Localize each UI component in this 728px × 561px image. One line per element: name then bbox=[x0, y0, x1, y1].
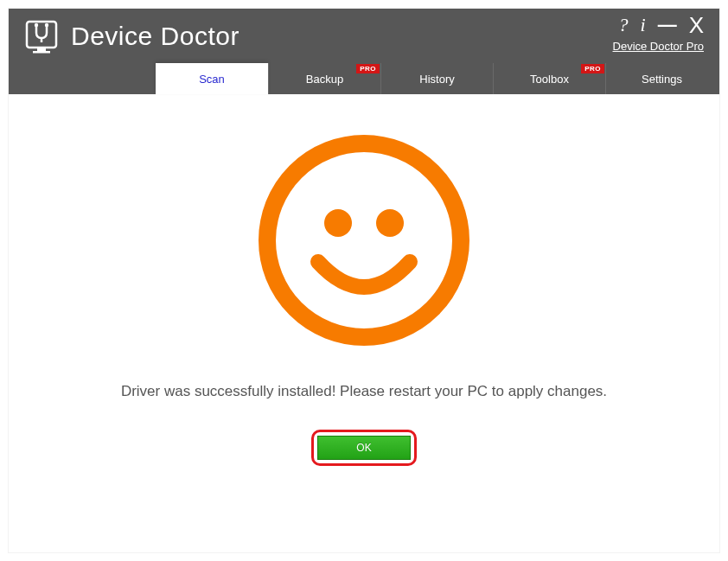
svg-point-6 bbox=[267, 143, 461, 337]
svg-point-3 bbox=[35, 22, 38, 26]
ok-button-highlight: OK bbox=[311, 430, 417, 466]
tab-bar: Scan Backup PRO History Toolbox PRO Sett… bbox=[9, 63, 719, 94]
svg-point-4 bbox=[45, 22, 48, 26]
tab-label: Backup bbox=[306, 73, 343, 86]
tab-label: Settings bbox=[642, 73, 682, 86]
svg-rect-0 bbox=[27, 22, 56, 48]
close-icon[interactable]: X bbox=[689, 14, 704, 36]
pro-badge: PRO bbox=[356, 64, 380, 73]
svg-point-7 bbox=[324, 209, 352, 237]
tab-history[interactable]: History bbox=[380, 63, 493, 94]
main-panel: Driver was successfully installed! Pleas… bbox=[9, 94, 719, 552]
ok-button-label: OK bbox=[356, 442, 371, 454]
tab-label: Scan bbox=[199, 73, 225, 86]
status-message: Driver was successfully installed! Pleas… bbox=[121, 383, 607, 400]
tab-label: Toolbox bbox=[530, 73, 569, 86]
success-smiley-icon bbox=[256, 132, 472, 348]
tab-label: History bbox=[419, 73, 454, 86]
ok-button[interactable]: OK bbox=[317, 436, 411, 460]
tab-toolbox[interactable]: Toolbox PRO bbox=[493, 63, 605, 94]
svg-rect-2 bbox=[33, 51, 50, 54]
minimize-icon[interactable]: — bbox=[658, 16, 677, 35]
svg-point-8 bbox=[376, 209, 404, 237]
tab-backup[interactable]: Backup PRO bbox=[268, 63, 380, 94]
title-bar: Device Doctor ? i — X Device Doctor Pro bbox=[9, 9, 719, 63]
app-logo-icon bbox=[24, 19, 59, 54]
info-icon[interactable]: i bbox=[641, 16, 646, 35]
help-icon[interactable]: ? bbox=[619, 16, 629, 35]
pro-badge: PRO bbox=[581, 64, 604, 73]
app-title: Device Doctor bbox=[71, 22, 239, 51]
pro-upgrade-link[interactable]: Device Doctor Pro bbox=[613, 40, 704, 53]
tab-settings[interactable]: Settings bbox=[605, 63, 718, 94]
tab-scan[interactable]: Scan bbox=[156, 63, 268, 94]
